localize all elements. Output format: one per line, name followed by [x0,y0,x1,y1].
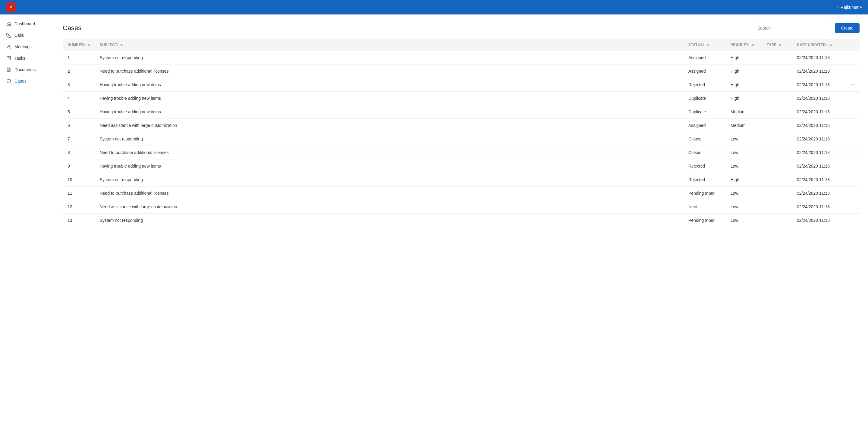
cases-table: NUMBER: ⇅ SUBJECT: ⇅ STATUS: ⇅ PRIORITY:… [63,39,860,227]
cell-number: 12 [63,200,95,214]
table-row[interactable]: 5 Having trouble adding new items Duplic… [63,105,860,119]
cell-subject: System not responding [95,214,684,227]
sidebar-item-dashboard[interactable]: Dashboard [0,18,54,30]
cell-type [762,132,792,146]
cell-subject: Having trouble adding new items [95,78,684,92]
table-row[interactable]: 12 Need assistance with large customizat… [63,200,860,214]
table-header: NUMBER: ⇅ SUBJECT: ⇅ STATUS: ⇅ PRIORITY:… [63,39,860,51]
table-row[interactable]: 6 Need assistance with large customizati… [63,119,860,132]
cell-subject: Having trouble adding new items [95,92,684,105]
cell-priority: Low [726,214,762,227]
table-row[interactable]: 9 Having trouble adding new items Reject… [63,159,860,173]
cell-number: 7 [63,132,95,146]
table-body: 1 System not responding Assigned High 02… [63,51,860,227]
cell-priority: High [726,64,762,78]
cell-priority: High [726,51,762,64]
cell-subject: System not responding [95,132,684,146]
sort-icon-status: ⇅ [707,43,709,47]
cell-date: 02/24/2020 11:18 [792,119,846,132]
cell-actions: ✏ [846,105,860,119]
cell-actions: ✏ [846,146,860,159]
sidebar-label-tasks: Tasks [14,56,25,61]
table-row[interactable]: 4 Having trouble adding new items Duplic… [63,92,860,105]
sidebar-item-cases[interactable]: Cases [0,75,54,87]
col-header-status[interactable]: STATUS: ⇅ [684,39,726,51]
cell-actions: ✏ [846,173,860,187]
table-row[interactable]: 1 System not responding Assigned High 02… [63,51,860,64]
cell-type [762,214,792,227]
cell-actions: ✏ [846,159,860,173]
cell-priority: Low [726,200,762,214]
cell-subject: System not responding [95,173,684,187]
table-row[interactable]: 11 Need to purchase additional licenses … [63,187,860,200]
tasks-icon [6,56,11,61]
cell-subject: Having trouble adding new items [95,105,684,119]
user-menu[interactable]: Hi Rajkumar ▾ [835,5,862,10]
cell-status: Closed [684,146,726,159]
page-header: Cases Create [63,23,860,33]
sidebar-item-calls[interactable]: Calls [0,30,54,41]
cell-type [762,146,792,159]
cell-type [762,173,792,187]
cell-status: Assigned [684,64,726,78]
user-dropdown-icon: ▾ [860,5,862,10]
top-bar: P Hi Rajkumar ▾ [0,0,868,14]
sort-icon-type: ⇅ [779,43,781,47]
cell-number: 11 [63,187,95,200]
table-row[interactable]: 3 Having trouble adding new items Reject… [63,78,860,92]
cell-number: 4 [63,92,95,105]
sidebar-item-meetings[interactable]: Meetings [0,41,54,53]
col-header-number[interactable]: NUMBER: ⇅ [63,39,95,51]
cell-subject: Having trouble adding new items [95,159,684,173]
table-row[interactable]: 8 Need to purchase additional licenses C… [63,146,860,159]
svg-point-2 [8,45,10,47]
cell-priority: Low [726,187,762,200]
sidebar-item-tasks[interactable]: Tasks [0,53,54,64]
edit-icon[interactable]: ✏ [851,82,855,87]
cases-icon [6,79,11,84]
table-row[interactable]: 2 Need to purchase additional licenses A… [63,64,860,78]
col-header-priority[interactable]: PRIORITY: ⇅ [726,39,762,51]
cell-actions: ✏ [846,187,860,200]
cell-date: 02/24/2020 11:18 [792,173,846,187]
cell-type [762,92,792,105]
cell-date: 02/24/2020 11:18 [792,132,846,146]
table-row[interactable]: 7 System not responding Closed Low 02/24… [63,132,860,146]
col-header-type[interactable]: TYPE ⇅ [762,39,792,51]
cell-type [762,64,792,78]
cell-subject: Need to purchase additional licenses [95,187,684,200]
cell-status: Assigned [684,51,726,64]
sidebar-item-documents[interactable]: Documents [0,64,54,75]
cell-number: 2 [63,64,95,78]
cell-status: Duplicate [684,105,726,119]
col-header-date[interactable]: DATE CREATED: ⇅ [792,39,846,51]
cell-type [762,200,792,214]
cell-actions: ✏ [846,78,860,92]
sidebar-label-cases: Cases [14,79,27,84]
sort-icon-subject: ⇅ [120,43,123,47]
sidebar-label-meetings: Meetings [14,44,32,49]
cell-actions: ✏ [846,92,860,105]
table-row[interactable]: 13 System not responding Pending Input L… [63,214,860,227]
sort-icon-priority: ⇅ [752,43,754,47]
table-row[interactable]: 10 System not responding Rejected High 0… [63,173,860,187]
sort-icon-date: ⇅ [830,43,832,47]
app-logo: P [6,2,16,12]
cell-subject: System not responding [95,51,684,64]
cell-type [762,187,792,200]
search-input[interactable] [753,23,831,33]
cell-status: Rejected [684,78,726,92]
cell-priority: High [726,92,762,105]
cell-subject: Need to purchase additional licenses [95,64,684,78]
create-button[interactable]: Create [835,23,860,33]
cell-date: 02/24/2020 11:18 [792,64,846,78]
cell-number: 3 [63,78,95,92]
col-header-subject[interactable]: SUBJECT: ⇅ [95,39,684,51]
cell-priority: Low [726,132,762,146]
cell-type [762,51,792,64]
cell-priority: High [726,78,762,92]
cell-date: 02/24/2020 11:18 [792,187,846,200]
header-right: Create [753,23,860,33]
cell-actions: ✏ [846,64,860,78]
cell-number: 13 [63,214,95,227]
